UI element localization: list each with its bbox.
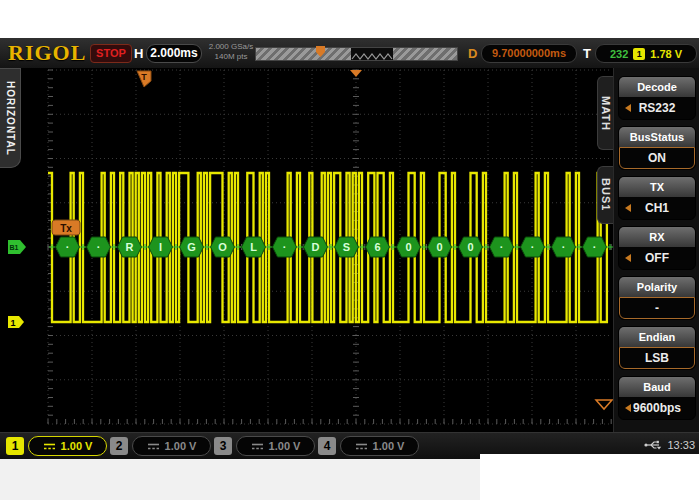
memory-depth-value: 140M pts [205, 52, 257, 62]
channel-number-badge: 4 [318, 437, 336, 455]
menu-item-polarity[interactable]: Polarity- [618, 276, 696, 320]
horizontal-menu-tab[interactable]: HORIZONTAL [0, 68, 21, 168]
menu-item-rx[interactable]: RXOFF [618, 226, 696, 270]
channel-scale-value: 1.00 V [373, 440, 405, 452]
menu-item-value-text: ON [648, 151, 666, 165]
waveform-display: ··RIGOL·DS6000····TB1Tx1 [0, 68, 613, 432]
menu-item-decode[interactable]: DecodeRS232 [618, 76, 696, 120]
menu-item-value: 9600bps [619, 397, 695, 419]
decode-char: 0 [467, 241, 473, 253]
run-status-badge[interactable]: STOP [90, 44, 132, 63]
menu-item-value-text: RS232 [639, 101, 676, 115]
channel-3-status[interactable]: 31.00 V [214, 436, 315, 456]
decode-char: · [562, 241, 566, 253]
zigzag-icon [351, 50, 393, 62]
decode-char: S [343, 241, 350, 253]
usb-icon [644, 440, 662, 450]
delay-readout[interactable]: 9.70000000ms [481, 44, 577, 63]
channel-scale-box: 1.00 V [132, 436, 211, 456]
delay-label: D [468, 46, 477, 61]
decode-char: · [97, 241, 101, 253]
menu-item-label: BusStatus [619, 127, 695, 147]
channel-2-status[interactable]: 21.00 V [110, 436, 211, 456]
sample-rate-value: 2.000 GSa/s [205, 42, 257, 52]
oscilloscope-screen: RIGOL STOP H 2.000ms 2.000 GSa/s 140M pt… [0, 38, 699, 459]
center-reference-triangle-icon [350, 70, 362, 77]
menu-item-value: CH1 [619, 197, 695, 219]
horizontal-tab-label: HORIZONTAL [5, 81, 16, 156]
menu-item-label: Decode [619, 77, 695, 97]
dc-coupling-icon [251, 442, 264, 451]
left-arrow-icon [625, 204, 631, 212]
decode-char: 0 [405, 241, 411, 253]
math-tab-label: MATH [600, 96, 612, 131]
horizontal-label: H [134, 46, 143, 61]
menu-item-value: OFF [619, 247, 695, 269]
decode-char: D [312, 241, 320, 253]
menu-item-value-text: LSB [645, 351, 669, 365]
menu-item-label: Baud [619, 377, 695, 397]
menu-item-baud[interactable]: Baud9600bps [618, 376, 696, 420]
menu-item-value-text: 9600bps [633, 401, 681, 415]
menu-item-label: Endian [619, 327, 695, 347]
menu-item-value: - [619, 297, 695, 319]
offscreen-marker-triangle-icon [596, 400, 612, 409]
rigol-logo: RIGOL [8, 40, 86, 66]
channel-scale-value: 1.00 V [61, 440, 93, 452]
menu-item-value: RS232 [619, 97, 695, 119]
tab-bus1[interactable]: BUS1 [597, 166, 614, 224]
trigger-source-badge: 1 [633, 48, 645, 60]
dc-coupling-icon [43, 442, 56, 451]
decode-char: G [187, 241, 196, 253]
trigger-type-value: 232 [610, 48, 628, 60]
menu-item-value-text: - [655, 301, 659, 315]
menu-item-label: TX [619, 177, 695, 197]
menu-item-value: LSB [619, 347, 695, 369]
decode-char: · [283, 241, 287, 253]
dc-coupling-icon [355, 442, 368, 451]
horizontal-position-bar[interactable] [255, 47, 458, 61]
menu-item-busstatus[interactable]: BusStatusON [618, 126, 696, 170]
decode-soft-menu: DecodeRS232BusStatusONTXCH1RXOFFPolarity… [613, 68, 699, 432]
background-strip [0, 459, 480, 500]
decode-char: R [126, 241, 134, 253]
menu-item-endian[interactable]: EndianLSB [618, 326, 696, 370]
trigger-position-flag-icon[interactable] [316, 46, 325, 57]
menu-item-value-text: OFF [645, 251, 669, 265]
sample-rate-readout: 2.000 GSa/s 140M pts [205, 42, 257, 62]
trigger-position-marker-letter: T [141, 72, 147, 82]
decode-char: 0 [436, 241, 442, 253]
bus1-marker-label: B1 [10, 244, 19, 251]
trigger-level-value: 1.78 V [650, 48, 682, 60]
decode-char: O [218, 241, 227, 253]
decode-char: I [159, 241, 162, 253]
channel-number-badge: 1 [6, 437, 24, 455]
channel-number-badge: 3 [214, 437, 232, 455]
clock-value: 13:33 [667, 439, 695, 451]
left-arrow-icon [625, 404, 631, 412]
tab-math[interactable]: MATH [597, 76, 614, 150]
channel-number-badge: 2 [110, 437, 128, 455]
channel-1-status[interactable]: 11.00 V [6, 436, 107, 456]
top-status-bar: RIGOL STOP H 2.000ms 2.000 GSa/s 140M pt… [0, 38, 699, 69]
decode-char: · [500, 241, 504, 253]
timebase-readout[interactable]: 2.000ms [146, 44, 202, 63]
menu-item-tx[interactable]: TXCH1 [618, 176, 696, 220]
trigger-readout[interactable]: 232 1 1.78 V [595, 44, 697, 63]
channel-scale-box: 1.00 V [28, 436, 107, 456]
trigger-label: T [583, 46, 591, 61]
clock-area: 13:33 [644, 439, 695, 451]
left-arrow-icon [625, 104, 631, 112]
decode-char: · [66, 241, 70, 253]
channel-scale-box: 1.00 V [340, 436, 419, 456]
decode-char: 6 [374, 241, 380, 253]
channel-scale-value: 1.00 V [165, 440, 197, 452]
waveform-overview-icon [351, 48, 393, 60]
channel-4-status[interactable]: 41.00 V [318, 436, 419, 456]
channel-scale-value: 1.00 V [269, 440, 301, 452]
menu-item-value: ON [619, 147, 695, 169]
tx-flag-label: Tx [60, 223, 72, 234]
decode-char: · [531, 241, 535, 253]
ch1-marker-label: 1 [10, 318, 15, 328]
decode-char: · [593, 241, 597, 253]
